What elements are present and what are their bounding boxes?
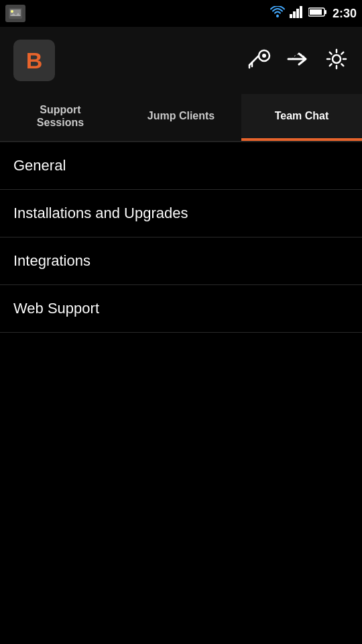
settings-icon[interactable]	[324, 47, 349, 74]
tab-team-chat[interactable]: Team Chat	[241, 94, 362, 141]
list-item-web-support[interactable]: Web Support	[0, 285, 362, 333]
svg-point-17	[333, 55, 341, 63]
wifi-icon	[269, 6, 286, 21]
battery-icon	[308, 7, 327, 20]
app-header: B	[0, 27, 362, 94]
tab-jump-clients[interactable]: Jump Clients	[121, 94, 241, 141]
svg-rect-5	[290, 14, 292, 18]
tab-bar: Support Sessions Jump Clients Team Chat	[0, 94, 362, 142]
list-item-installations-upgrades[interactable]: Installations and Upgrades	[0, 190, 362, 237]
svg-point-3	[11, 10, 13, 13]
signal-icon	[290, 6, 304, 21]
header-actions	[247, 47, 349, 74]
list-item-general[interactable]: General	[0, 142, 362, 190]
svg-rect-10	[324, 10, 326, 14]
key-icon[interactable]	[247, 49, 271, 72]
svg-rect-11	[310, 9, 322, 15]
svg-line-14	[249, 56, 259, 65]
list-container: General Installations and Upgrades Integ…	[0, 142, 362, 333]
tab-support-sessions[interactable]: Support Sessions	[0, 94, 121, 141]
svg-rect-8	[300, 6, 302, 18]
thumbnail-icon	[5, 5, 25, 22]
status-time: 2:30	[333, 7, 357, 21]
empty-area	[0, 333, 362, 635]
svg-point-4	[276, 15, 279, 17]
svg-rect-7	[296, 9, 299, 18]
svg-point-13	[262, 54, 266, 58]
svg-rect-6	[293, 11, 296, 18]
forward-arrow-icon[interactable]	[286, 50, 310, 71]
app-logo[interactable]: B	[13, 40, 55, 81]
list-item-integrations[interactable]: Integrations	[0, 237, 362, 285]
